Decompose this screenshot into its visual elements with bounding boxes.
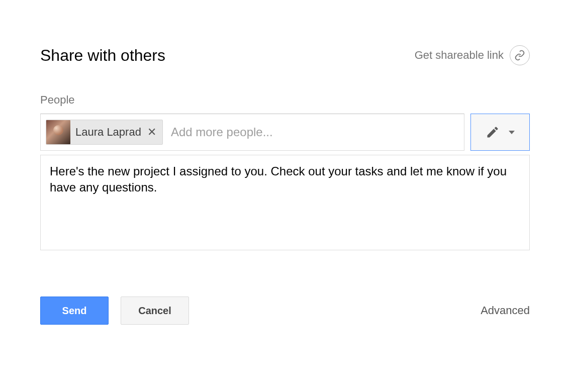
shareable-link-label: Get shareable link (415, 49, 504, 62)
dialog-footer: Send Cancel Advanced (40, 297, 530, 325)
note-textarea[interactable] (40, 155, 530, 250)
close-icon[interactable]: ✕ (146, 127, 157, 138)
share-dialog: Share with others Get shareable link Peo… (0, 0, 570, 325)
chevron-down-icon (509, 131, 515, 134)
pencil-icon (486, 125, 500, 139)
cancel-button[interactable]: Cancel (121, 297, 189, 325)
add-people-placeholder[interactable]: Add more people... (171, 125, 459, 139)
people-section-label: People (40, 93, 530, 107)
person-chip-name: Laura Laprad (75, 126, 141, 139)
get-shareable-link-button[interactable]: Get shareable link (415, 45, 530, 65)
link-icon (510, 45, 530, 65)
send-button[interactable]: Send (40, 297, 109, 325)
people-row: Laura Laprad ✕ Add more people... (40, 114, 530, 151)
dialog-title: Share with others (40, 46, 165, 65)
person-chip[interactable]: Laura Laprad ✕ (46, 120, 163, 145)
permission-dropdown-button[interactable] (470, 114, 530, 151)
dialog-header: Share with others Get shareable link (40, 45, 530, 65)
advanced-link[interactable]: Advanced (481, 304, 530, 317)
avatar (46, 120, 70, 144)
people-input-container[interactable]: Laura Laprad ✕ Add more people... (40, 114, 464, 151)
